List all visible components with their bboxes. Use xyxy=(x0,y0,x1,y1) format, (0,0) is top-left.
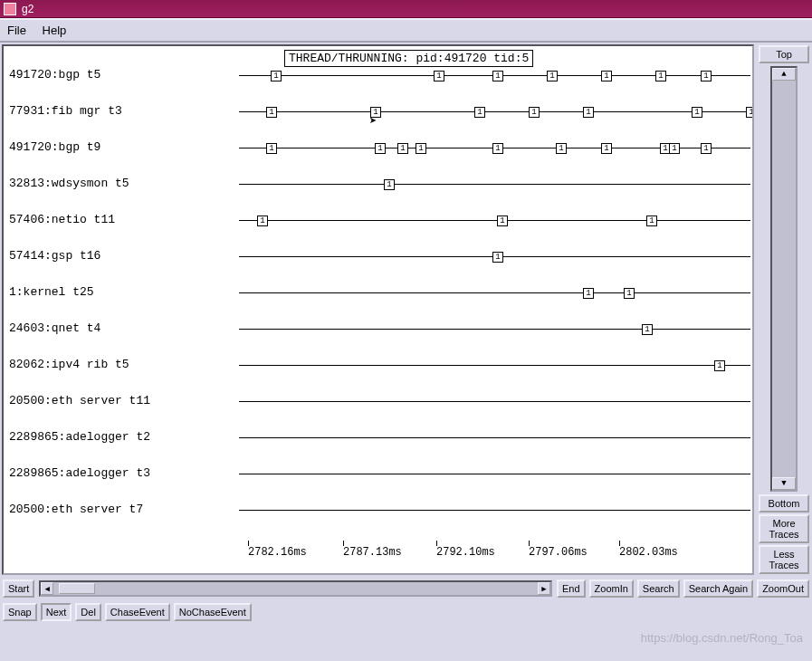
event-marker[interactable]: 1 xyxy=(370,107,381,118)
event-marker[interactable]: 1 xyxy=(266,107,277,118)
trace-label: 2289865:adelogger t3 xyxy=(9,466,150,480)
event-marker[interactable]: 1 xyxy=(601,71,612,81)
trace-line xyxy=(239,510,750,511)
trace-label: 24603:qnet t4 xyxy=(9,321,100,335)
event-marker[interactable]: 1 xyxy=(547,71,558,81)
trace-row[interactable]: 32813:wdsysmon t51 xyxy=(4,175,752,193)
axis-tick: 2802.03ms xyxy=(619,546,678,559)
event-marker[interactable]: 1 xyxy=(492,143,503,154)
search-button[interactable]: Search xyxy=(637,580,680,598)
zoomin-button[interactable]: ZoomIn xyxy=(589,580,634,598)
menubar: File Help xyxy=(0,18,812,43)
axis-tick: 2782.16ms xyxy=(248,546,307,559)
bottom-button[interactable]: Bottom xyxy=(759,494,809,513)
scroll-thumb[interactable] xyxy=(59,583,95,594)
no-chase-event-button[interactable]: NoChaseEvent xyxy=(174,603,252,621)
event-marker[interactable]: 1 xyxy=(434,71,444,81)
event-marker[interactable]: 1 xyxy=(271,71,282,81)
trace-label: 82062:ipv4 rib t5 xyxy=(9,358,129,371)
event-marker[interactable]: 1 xyxy=(669,143,680,154)
top-button[interactable]: Top xyxy=(759,45,809,63)
event-marker[interactable]: 1 xyxy=(646,216,657,226)
event-marker[interactable]: 1 xyxy=(746,107,754,118)
scroll-left-icon[interactable]: ◀ xyxy=(41,582,53,595)
event-marker[interactable]: 1 xyxy=(583,288,594,299)
event-marker[interactable]: 1 xyxy=(492,71,503,81)
snap-button[interactable]: Snap xyxy=(3,603,37,621)
menu-help[interactable]: Help xyxy=(43,24,67,37)
trace-line: 1111111111 xyxy=(239,148,750,148)
scroll-up-icon[interactable]: ▲ xyxy=(772,68,796,81)
event-marker[interactable]: 1 xyxy=(492,252,503,263)
zoomout-button[interactable]: ZoomOut xyxy=(757,580,809,598)
trace-row[interactable]: 57406:netio t11111 xyxy=(4,211,752,229)
menu-file[interactable]: File xyxy=(7,24,26,37)
trace-row[interactable]: 20500:eth server t7 xyxy=(4,501,752,519)
side-controls: Top ▲ ▼ Bottom More Traces Less Traces xyxy=(756,43,812,577)
event-marker[interactable]: 1 xyxy=(624,288,635,299)
scroll-right-icon[interactable]: ▶ xyxy=(538,582,550,595)
system-menu-icon[interactable] xyxy=(4,3,16,15)
scroll-down-icon[interactable]: ▼ xyxy=(772,477,796,490)
trace-row[interactable]: 77931:fib mgr t31111111 xyxy=(4,102,752,120)
event-marker[interactable]: 1 xyxy=(556,143,567,154)
next-button[interactable]: Next xyxy=(41,603,72,621)
event-marker[interactable]: 1 xyxy=(375,143,386,154)
titlebar: g2 xyxy=(0,0,812,18)
trace-row[interactable]: 82062:ipv4 rib t51 xyxy=(4,356,752,374)
trace-line xyxy=(239,437,750,438)
event-marker[interactable]: 1 xyxy=(257,216,268,226)
time-axis: 2782.16ms2787.13ms2792.10ms2797.06ms2802… xyxy=(239,546,750,568)
trace-label: 77931:fib mgr t3 xyxy=(9,104,122,118)
axis-tick: 2787.13ms xyxy=(343,546,402,559)
trace-row[interactable]: 2289865:adelogger t2 xyxy=(4,428,752,446)
trace-label: 57414:gsp t16 xyxy=(9,249,100,263)
event-marker[interactable]: 1 xyxy=(655,71,666,81)
trace-row[interactable]: 491720:bgp t51111111 xyxy=(4,66,752,84)
chase-event-button[interactable]: ChaseEvent xyxy=(105,603,170,621)
trace-line: 1 xyxy=(239,184,750,185)
event-marker[interactable]: 1 xyxy=(701,143,712,154)
trace-row[interactable]: 2289865:adelogger t3 xyxy=(4,465,752,483)
search-again-button[interactable]: Search Again xyxy=(683,580,753,598)
event-marker[interactable]: 1 xyxy=(497,216,508,226)
trace-chart[interactable]: THREAD/THRUNNING: pid:491720 tid:5 ➤ 491… xyxy=(2,44,754,575)
nav-toolbar: Start ◀ ▶ End ZoomIn Search Search Again… xyxy=(0,577,812,600)
less-traces-button[interactable]: Less Traces xyxy=(759,545,809,574)
trace-label: 20500:eth server t7 xyxy=(9,503,143,516)
event-marker[interactable]: 1 xyxy=(692,107,702,118)
trace-label: 1:kernel t25 xyxy=(9,285,94,299)
trace-tooltip: THREAD/THRUNNING: pid:491720 tid:5 xyxy=(284,50,533,67)
event-marker[interactable]: 1 xyxy=(714,360,725,371)
event-marker[interactable]: 1 xyxy=(529,107,540,118)
event-marker[interactable]: 1 xyxy=(474,107,485,118)
more-traces-button[interactable]: More Traces xyxy=(759,514,809,543)
trace-label: 2289865:adelogger t2 xyxy=(9,430,150,444)
trace-row[interactable]: 491720:bgp t91111111111 xyxy=(4,139,752,157)
trace-label: 491720:bgp t9 xyxy=(9,140,100,154)
vertical-scrollbar[interactable]: ▲ ▼ xyxy=(770,66,798,492)
trace-row[interactable]: 20500:eth server t11 xyxy=(4,392,752,410)
start-button[interactable]: Start xyxy=(3,580,34,598)
trace-line: 1 xyxy=(239,365,750,366)
event-marker[interactable]: 1 xyxy=(601,143,612,154)
trace-row[interactable]: 24603:qnet t41 xyxy=(4,320,752,338)
trace-row[interactable]: 1:kernel t2511 xyxy=(4,283,752,302)
window-title: g2 xyxy=(22,3,33,15)
del-button[interactable]: Del xyxy=(75,603,101,621)
event-marker[interactable]: 1 xyxy=(642,324,653,335)
event-marker[interactable]: 1 xyxy=(397,143,408,154)
event-marker[interactable]: 1 xyxy=(266,143,277,154)
event-marker[interactable]: 1 xyxy=(583,107,594,118)
trace-row[interactable]: 57414:gsp t161 xyxy=(4,247,752,265)
horizontal-scrollbar[interactable]: ◀ ▶ xyxy=(39,580,552,597)
trace-line: 11 xyxy=(239,292,750,293)
axis-tick: 2792.10ms xyxy=(436,546,495,559)
event-marker[interactable]: 1 xyxy=(416,143,426,154)
event-marker[interactable]: 1 xyxy=(701,71,712,81)
trace-line xyxy=(239,401,750,402)
event-marker[interactable]: 1 xyxy=(384,179,395,190)
trace-label: 20500:eth server t11 xyxy=(9,394,150,407)
end-button[interactable]: End xyxy=(557,580,586,598)
trace-line: 111 xyxy=(239,220,750,221)
